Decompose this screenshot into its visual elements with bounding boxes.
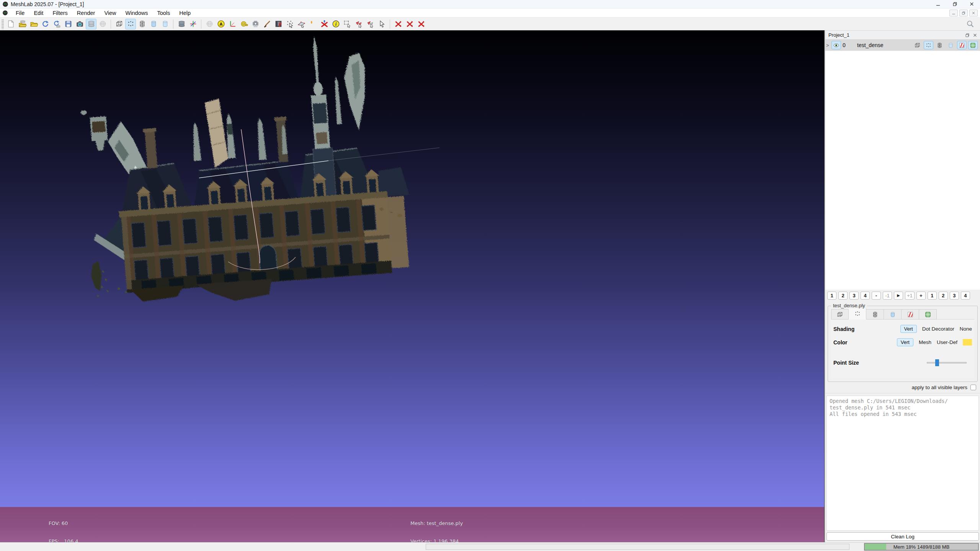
open-mesh-button[interactable]: [28, 19, 39, 29]
plus-button[interactable]: +: [916, 292, 926, 300]
select-faces-rect-button[interactable]: [353, 19, 364, 29]
text-annotation-button[interactable]: [216, 19, 226, 29]
user-def-color-swatch[interactable]: [963, 339, 972, 346]
menu-help[interactable]: Help: [175, 9, 195, 17]
world-axes-button[interactable]: [227, 19, 238, 29]
select-faces-icon: [355, 20, 363, 28]
window-close-button[interactable]: [963, 0, 980, 8]
menu-view[interactable]: View: [100, 9, 121, 17]
mdi-minimize-button[interactable]: [949, 10, 958, 16]
plane-picking-button[interactable]: [296, 19, 307, 29]
layer-set-1-button[interactable]: 1: [827, 292, 836, 300]
search-button[interactable]: [965, 19, 975, 29]
window-maximize-button[interactable]: [946, 0, 963, 8]
flat-cylinder-icon: [150, 20, 158, 28]
dock-title-bar[interactable]: Project_1: [825, 31, 980, 40]
menu-tools[interactable]: Tools: [152, 9, 175, 17]
color-vert-button[interactable]: Vert: [897, 338, 913, 346]
menu-windows[interactable]: Windows: [121, 9, 153, 17]
show-layer-dialog-button[interactable]: [86, 19, 96, 29]
render-bbox-button[interactable]: [114, 19, 124, 29]
tab-solid[interactable]: [884, 309, 902, 320]
render-wireframe-button[interactable]: [137, 19, 147, 29]
menu-render[interactable]: Render: [72, 9, 100, 17]
view-set-3-button[interactable]: 3: [950, 292, 959, 300]
menu-edit[interactable]: Edit: [29, 9, 48, 17]
layer-points-toggle[interactable]: [924, 41, 933, 49]
reload-all-button[interactable]: [51, 19, 62, 29]
select-faces-all-button[interactable]: [365, 19, 376, 29]
apply-all-checkbox[interactable]: [970, 385, 976, 390]
mdi-restore-button[interactable]: [959, 10, 968, 16]
texture-icon: [959, 42, 965, 49]
layers-dialog-button[interactable]: [176, 19, 187, 29]
quality-mapper-button[interactable]: [273, 19, 284, 29]
layer-set-4-button[interactable]: 4: [861, 292, 870, 300]
open-project-button[interactable]: [17, 19, 28, 29]
shading-dot-decorator-button[interactable]: Dot Decorator: [922, 326, 954, 332]
color-mesh-button[interactable]: Mesh: [919, 339, 931, 345]
toolbar-grip[interactable]: [2, 19, 4, 29]
deselect-button[interactable]: [376, 19, 387, 29]
slider-track[interactable]: [927, 362, 967, 364]
layer-wireframe-toggle[interactable]: [935, 41, 944, 49]
minus-button[interactable]: -: [872, 292, 881, 300]
point-picking-button[interactable]: [284, 19, 295, 29]
tab-wireframe[interactable]: [866, 309, 884, 320]
globe-button[interactable]: [204, 19, 215, 29]
tab-bbox[interactable]: [831, 309, 849, 320]
delete-all-meshes-button[interactable]: [404, 19, 415, 29]
restore-icon: [952, 2, 957, 7]
mdi-close-button[interactable]: [969, 10, 978, 16]
reload-mesh-button[interactable]: [40, 19, 51, 29]
new-project-button[interactable]: [5, 19, 16, 29]
project-panel: Project_1 > 0 test_dense 1 2 3 4 - -1: [825, 31, 980, 542]
layer-solid-toggle[interactable]: [946, 41, 956, 49]
tab-texture[interactable]: [902, 309, 919, 320]
3d-viewport[interactable]: FOV: 60 FPS: 106.4 BO_RENDERING Mesh: te…: [0, 31, 824, 542]
georef-button[interactable]: [319, 19, 330, 29]
select-vertices-button[interactable]: [342, 19, 353, 29]
measure-tool-button[interactable]: [238, 19, 249, 29]
close-panel-icon[interactable]: [973, 33, 977, 37]
get-info-button[interactable]: [330, 19, 341, 29]
delete-raster-button[interactable]: [416, 19, 426, 29]
color-user-def-button[interactable]: User-Def: [937, 339, 957, 345]
menu-filters[interactable]: Filters: [48, 9, 72, 17]
z-painting-button[interactable]: [261, 19, 272, 29]
colorize-button[interactable]: [307, 19, 318, 29]
layer-expand-icon[interactable]: >: [826, 42, 830, 48]
float-panel-icon[interactable]: [965, 33, 970, 37]
tab-points[interactable]: [849, 308, 866, 320]
show-raster-button[interactable]: [97, 19, 108, 29]
layer-set-2-button[interactable]: 2: [838, 292, 848, 300]
view-set-2-button[interactable]: 2: [939, 292, 948, 300]
save-project-button[interactable]: [63, 19, 74, 29]
menu-file[interactable]: File: [11, 9, 29, 17]
plus-one-button[interactable]: +1: [905, 292, 915, 300]
minus-one-button[interactable]: -1: [883, 292, 892, 300]
layer-visibility-button[interactable]: [831, 41, 841, 49]
layer-color-toggle[interactable]: [968, 41, 978, 49]
window-minimize-button[interactable]: [929, 0, 946, 8]
slider-handle[interactable]: [935, 359, 939, 366]
render-smooth-button[interactable]: [160, 19, 170, 29]
delete-current-mesh-button[interactable]: [393, 19, 403, 29]
layer-row[interactable]: > 0 test_dense: [825, 40, 980, 51]
view-set-4-button[interactable]: 4: [961, 292, 970, 300]
tab-quad[interactable]: [919, 309, 937, 320]
layer-set-3-button[interactable]: 3: [849, 292, 859, 300]
clean-log-button[interactable]: Clean Log: [826, 532, 979, 541]
shading-vert-button[interactable]: Vert: [900, 325, 917, 333]
point-size-slider[interactable]: [927, 359, 967, 366]
snapshot-button[interactable]: [74, 19, 85, 29]
trackball-axes-button[interactable]: [188, 19, 198, 29]
view-set-1-button[interactable]: 1: [928, 292, 937, 300]
render-flat-button[interactable]: [148, 19, 159, 29]
play-cursor-button[interactable]: ▶: [894, 292, 903, 300]
shading-none-button[interactable]: None: [960, 326, 972, 332]
raster-alignment-button[interactable]: [250, 19, 261, 29]
layer-texture-toggle[interactable]: [957, 41, 967, 49]
render-points-button[interactable]: [125, 19, 136, 29]
layer-bbox-toggle[interactable]: [913, 41, 922, 49]
